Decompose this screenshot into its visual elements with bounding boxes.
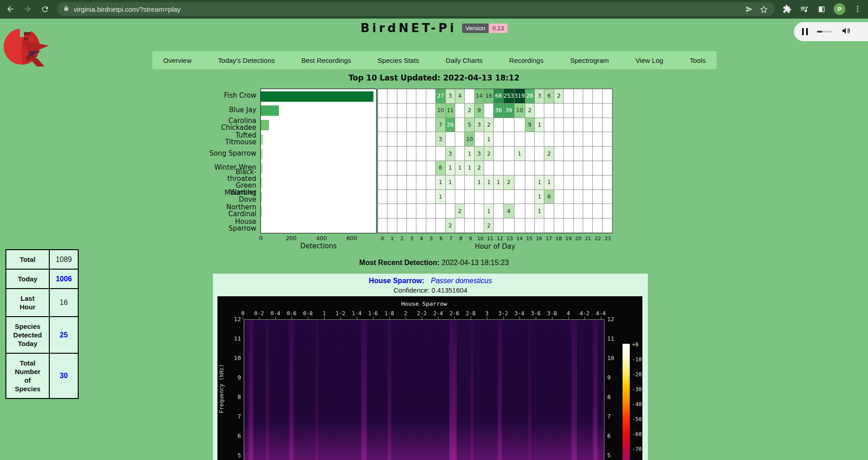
bookmark-star-icon[interactable]	[759, 4, 769, 14]
heatmap-cell	[455, 147, 465, 161]
colorbar-tick-label: +0	[632, 341, 638, 348]
detections-bar	[261, 91, 373, 102]
spec-x-tick-label: 2·2	[417, 310, 427, 317]
heatmap-cell	[378, 204, 387, 218]
heatmap-cell	[593, 204, 602, 218]
heatmap-cell	[484, 190, 494, 204]
heatmap-cell	[593, 89, 602, 104]
nav-item-today-s-detections[interactable]: Today's Detections	[213, 55, 279, 66]
playlist-icon[interactable]	[799, 4, 809, 14]
nav-item-recordings[interactable]: Recordings	[505, 55, 548, 66]
bar-axis-tick: 400	[316, 235, 327, 242]
heatmap-cell	[426, 89, 436, 104]
stats-row: SpeciesDetectedToday25	[6, 317, 78, 353]
heatmap-cell	[564, 218, 573, 233]
bar-axis-tick: 0	[259, 235, 263, 242]
heatmap-cell	[426, 132, 436, 147]
page-body: BirdNET-Pi Version 0.13 OverviewToday's …	[0, 19, 868, 460]
heatmap-cell	[535, 218, 544, 233]
spec-x-tick-label: 1·4	[352, 310, 362, 317]
recent-detection-heading: Most Recent Detection: 2022-04-13 18:15:…	[0, 259, 868, 267]
lock-icon	[63, 5, 69, 13]
heatmap-cell	[465, 175, 474, 190]
heatmap-cell	[426, 190, 436, 204]
nav-item-best-recordings[interactable]: Best Recordings	[297, 55, 356, 66]
heatmap-cell: 2	[465, 104, 474, 118]
reload-icon[interactable]	[40, 4, 50, 14]
nav-item-species-stats[interactable]: Species Stats	[373, 55, 424, 66]
heatmap-cell	[397, 175, 407, 190]
heatmap-cell: 68	[494, 89, 503, 104]
heatmap-cell	[387, 175, 397, 190]
heatmap-cell	[416, 118, 426, 133]
heatmap-cell: 9	[525, 118, 535, 133]
heatmap-cell	[397, 118, 407, 133]
heatmap-cell: 2	[484, 218, 494, 233]
version-badge: Version 0.13	[462, 24, 508, 33]
heatmap-grid: 2734141668253319283621011293639102726532…	[377, 89, 613, 233]
top10-chart: Fish CrowBlue JayCarolinaChickadeeTufted…	[209, 89, 613, 251]
stat-value[interactable]: 1006	[49, 269, 78, 289]
stats-table: Total1089Today1006LastHour16SpeciesDetec…	[5, 249, 79, 399]
pause-icon[interactable]	[802, 28, 808, 35]
heatmap-cell: 2	[475, 161, 484, 175]
heatmap-cell	[387, 161, 397, 175]
back-icon[interactable]	[5, 4, 15, 14]
heatmap-cell	[574, 89, 583, 104]
nav-item-tools[interactable]: Tools	[685, 55, 710, 66]
colorbar-tick-label: -10	[632, 356, 642, 363]
heatmap-cell	[514, 132, 525, 147]
nav-item-view-log[interactable]: View Log	[631, 55, 668, 66]
hour-axis-tick: 12	[495, 236, 505, 242]
heatmap-cell	[446, 204, 455, 218]
nav-item-spectrogram[interactable]: Spectrogram	[566, 55, 613, 66]
heatmap-cell: 1	[436, 175, 445, 190]
heatmap-cell: 2	[446, 218, 455, 233]
heatmap-cell	[426, 118, 436, 133]
profile-avatar[interactable]: P	[834, 3, 845, 15]
heatmap-cell	[416, 175, 426, 190]
volume-icon[interactable]	[841, 26, 850, 37]
stat-value[interactable]: 25	[49, 317, 78, 353]
spec-y-tick-left: 9	[225, 374, 241, 381]
nav-item-daily-charts[interactable]: Daily Charts	[441, 55, 487, 66]
heatmap-cell	[525, 190, 535, 204]
detection-scientific-name[interactable]: Passer domesticus	[431, 277, 492, 285]
send-icon[interactable]	[744, 4, 754, 14]
bar-axis-tick: 200	[286, 235, 297, 242]
heatmap-cell	[436, 204, 445, 218]
hour-axis-tick: 23	[603, 236, 613, 242]
forward-icon[interactable]	[23, 4, 33, 14]
audio-player[interactable]	[794, 22, 868, 41]
heatmap-cell: 3	[475, 147, 484, 161]
masthead: BirdNET-Pi Version 0.13	[0, 21, 868, 35]
heatmap-cell	[387, 190, 397, 204]
heatmap-cell	[494, 147, 503, 161]
heatmap-cell: 3	[446, 147, 455, 161]
heatmap-cell	[397, 147, 407, 161]
heatmap-cell	[416, 190, 426, 204]
detections-bar	[261, 149, 263, 159]
stat-value[interactable]: 30	[49, 353, 78, 398]
heatmap-cell: 26	[446, 118, 455, 133]
audio-scrubber[interactable]	[817, 31, 832, 33]
heatmap-cell: 36	[494, 104, 503, 118]
detections-bar	[261, 192, 262, 202]
hour-axis-tick: 8	[456, 236, 466, 242]
detection-common-name[interactable]: House Sparrow:	[369, 277, 425, 285]
colorbar-tick-label: -60	[632, 431, 642, 437]
spec-y-tick-left: 10	[225, 355, 241, 361]
heatmap-cell: 2	[525, 104, 535, 118]
version-badge-label: Version	[462, 24, 489, 33]
extensions-puzzle-icon[interactable]	[782, 4, 792, 14]
side-panel-icon[interactable]	[816, 4, 826, 14]
url-bar[interactable]: virginia.birdnetpi.com/?stream=play	[57, 2, 775, 16]
stats-row: Today1006	[6, 269, 78, 289]
heatmap-cell	[397, 132, 407, 147]
heatmap-cell: 1	[484, 132, 494, 147]
kebab-menu-icon[interactable]	[853, 4, 863, 14]
heatmap-cell	[583, 218, 593, 233]
heatmap-cell: 16	[484, 89, 494, 104]
heatmap-cell	[554, 204, 564, 218]
nav-item-overview[interactable]: Overview	[159, 55, 196, 66]
